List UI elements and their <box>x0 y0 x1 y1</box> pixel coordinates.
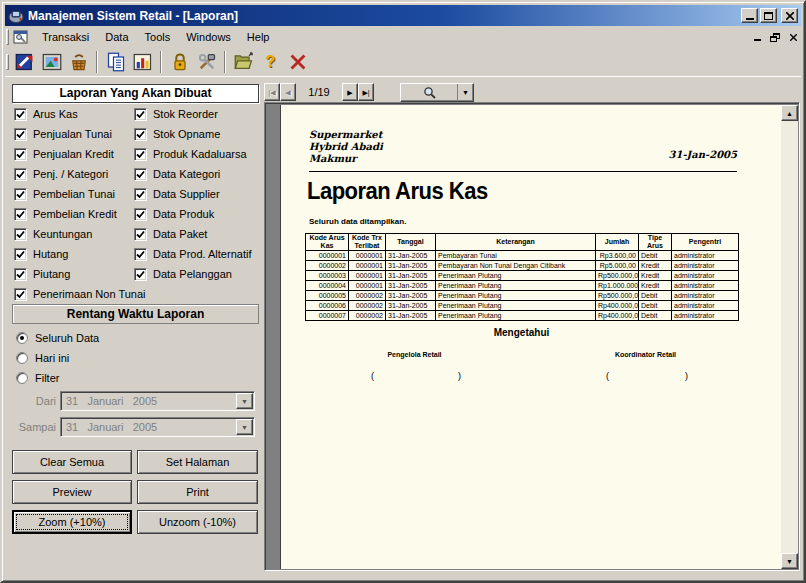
checkbox-label: Hutang <box>33 248 68 260</box>
clear-semua-button[interactable]: Clear Semua <box>12 450 132 474</box>
checkbox-checked[interactable] <box>134 188 147 201</box>
unzoom-button[interactable]: Unzoom (-10%) <box>137 510 258 534</box>
checkbox-checked[interactable] <box>134 108 147 121</box>
report-checkbox-row[interactable]: Stok Opname <box>134 124 260 144</box>
image-icon[interactable] <box>39 50 64 75</box>
radio-hari-ini[interactable]: Hari ini <box>16 350 69 366</box>
report-checkbox-row[interactable]: Data Produk <box>134 204 260 224</box>
report-checkbox-row[interactable]: Hutang <box>14 244 134 264</box>
maximize-button[interactable] <box>760 8 777 23</box>
menu-item[interactable]: Tools <box>137 28 179 46</box>
report-checkbox-row[interactable]: Pembelian Kredit <box>14 204 134 224</box>
check-icon <box>136 110 145 119</box>
last-page-button[interactable]: ▶| <box>358 83 374 101</box>
radio-filter[interactable]: Filter <box>16 370 59 386</box>
minimize-button[interactable] <box>741 8 758 23</box>
report-checkbox-row[interactable]: Penjualan Tunai <box>14 124 134 144</box>
radio-icon[interactable] <box>16 372 28 384</box>
checkbox-checked[interactable] <box>14 268 27 281</box>
report-checkbox-row[interactable]: Pembelian Tunai <box>14 184 134 204</box>
date-from-combobox[interactable]: 31 Januari 2005 ▼ <box>60 391 255 411</box>
cell-keterangan: Penerimaan Piutang <box>436 291 596 301</box>
sign-left-label: Pengelola Retail <box>306 351 523 358</box>
report-checkbox-row[interactable]: Arus Kas <box>14 104 134 124</box>
checkbox-checked[interactable] <box>134 168 147 181</box>
exit-icon[interactable] <box>285 50 310 75</box>
report-checkbox-row[interactable]: Data Prod. Alternatif <box>134 244 260 264</box>
toolbar-grip[interactable] <box>6 54 9 70</box>
set-halaman-button[interactable]: Set Halaman <box>137 450 258 474</box>
scroll-down-button[interactable]: ▼ <box>781 553 798 569</box>
menu-item[interactable]: Windows <box>178 28 239 46</box>
checkbox-checked[interactable] <box>14 188 27 201</box>
table-body: 0000001 0000001 31-Jan-2005 Pembayaran T… <box>306 251 739 321</box>
table-row: 0000007 0000002 31-Jan-2005 Penerimaan P… <box>306 311 739 321</box>
chevron-down-icon[interactable]: ▼ <box>236 393 253 409</box>
next-page-button[interactable]: ▶ <box>342 83 358 101</box>
checkbox-checked[interactable] <box>14 208 27 221</box>
checkbox-checked[interactable] <box>134 208 147 221</box>
radio-selected-icon[interactable] <box>16 332 28 344</box>
date-to-label: Sampai <box>16 421 56 433</box>
checkbox-checked[interactable] <box>134 128 147 141</box>
report-checkbox-row[interactable]: Penerimaan Non Tunai <box>14 284 134 304</box>
checkbox-checked[interactable] <box>134 268 147 281</box>
first-page-button[interactable]: |◀ <box>264 83 280 101</box>
menu-item[interactable]: Transaksi <box>34 28 97 46</box>
report-checkbox-row[interactable]: Data Supplier <box>134 184 260 204</box>
copy-icon[interactable] <box>103 50 128 75</box>
chevron-down-icon[interactable]: ▼ <box>457 84 473 101</box>
report-checkbox-row[interactable]: Produk Kadaluarsa <box>134 144 260 164</box>
radio-icon[interactable] <box>16 352 28 364</box>
menu-bar: TransaksiDataToolsWindowsHelp <box>5 26 801 48</box>
zoom-button[interactable]: Zoom (+10%) <box>12 510 132 534</box>
report-checkbox-row[interactable]: Keuntungan <box>14 224 134 244</box>
checkbox-checked[interactable] <box>134 228 147 241</box>
close-button[interactable] <box>781 8 798 23</box>
checkbox-checked[interactable] <box>14 108 27 121</box>
checkbox-checked[interactable] <box>14 228 27 241</box>
preview-button[interactable]: Preview <box>12 480 132 504</box>
check-icon <box>136 250 145 259</box>
chevron-down-icon[interactable]: ▼ <box>236 419 253 435</box>
report-icon[interactable] <box>12 50 37 75</box>
report-checkbox-row[interactable]: Piutang <box>14 264 134 284</box>
menu-item[interactable]: Help <box>239 28 278 46</box>
bracket-open: ( <box>371 371 374 381</box>
report-checkbox-row[interactable]: Data Kategori <box>134 164 260 184</box>
checkbox-label: Penj. / Kategori <box>33 168 108 180</box>
menu-item[interactable]: Data <box>97 28 136 46</box>
report-checkbox-row[interactable]: Data Paket <box>134 224 260 244</box>
previous-page-button[interactable]: ◀ <box>280 83 296 101</box>
folder-open-icon[interactable] <box>231 50 256 75</box>
checkbox-checked[interactable] <box>134 148 147 161</box>
print-button[interactable]: Print <box>137 480 258 504</box>
help-icon[interactable]: ? <box>258 50 283 75</box>
report-checkbox-row[interactable]: Penj. / Kategori <box>14 164 134 184</box>
table-header-cell: Jumlah <box>596 234 639 251</box>
tools-icon[interactable] <box>194 50 219 75</box>
checkbox-checked[interactable] <box>14 148 27 161</box>
radio-seluruh-data[interactable]: Seluruh Data <box>16 330 99 346</box>
cell-pengentri: administrator <box>672 251 739 261</box>
checkbox-checked[interactable] <box>14 248 27 261</box>
scroll-up-button[interactable]: ▲ <box>781 105 798 121</box>
checkbox-checked[interactable] <box>14 288 27 301</box>
mdi-close-button[interactable] <box>785 30 801 44</box>
report-checkbox-row[interactable]: Penjualan Kredit <box>14 144 134 164</box>
vertical-scrollbar[interactable]: ▲ ▼ <box>781 105 798 569</box>
checkbox-checked[interactable] <box>14 128 27 141</box>
checkbox-checked[interactable] <box>134 248 147 261</box>
basket-icon[interactable] <box>66 50 91 75</box>
mdi-minimize-button[interactable] <box>749 30 765 44</box>
mdi-restore-button[interactable] <box>767 30 783 44</box>
check-icon <box>16 150 25 159</box>
report-checkbox-row[interactable]: Data Pelanggan <box>134 264 260 284</box>
report-checkbox-row[interactable]: Stok Reorder <box>134 104 260 124</box>
menubar-grip[interactable] <box>6 29 9 45</box>
checkbox-checked[interactable] <box>14 168 27 181</box>
lock-icon[interactable] <box>167 50 192 75</box>
zoom-select-button[interactable]: ▼ <box>400 83 474 102</box>
chart-icon[interactable] <box>130 50 155 75</box>
date-to-combobox[interactable]: 31 Januari 2005 ▼ <box>60 417 255 437</box>
